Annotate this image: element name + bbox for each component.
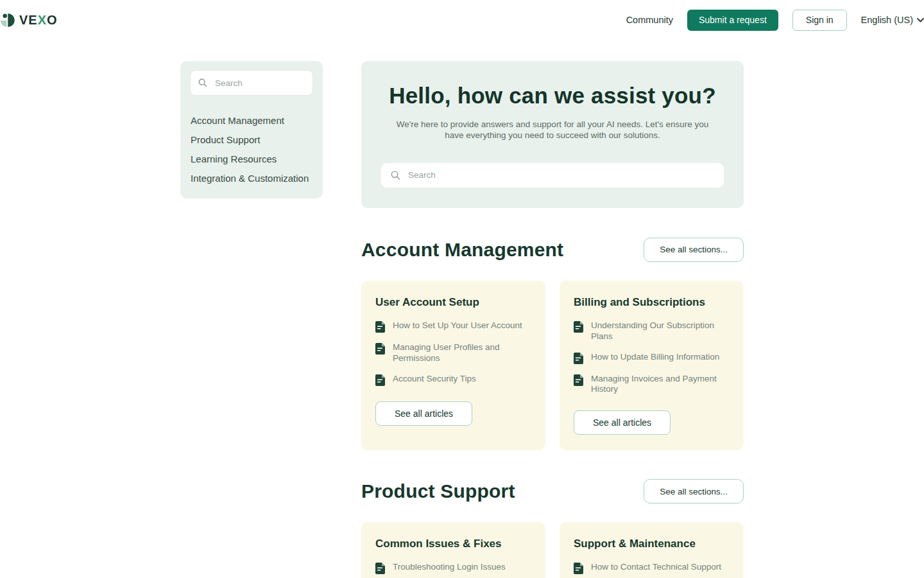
article-title: How to Update Billing Information — [591, 352, 719, 363]
article-link[interactable]: Understanding Our Subscription Plans — [574, 320, 730, 342]
see-all-articles-button[interactable]: See all articles — [375, 401, 472, 426]
category-card-billing-subscriptions: Billing and Subscriptions Understanding … — [560, 281, 744, 451]
language-label: English (US) — [861, 15, 913, 25]
document-icon — [375, 321, 385, 333]
vexo-logo-icon — [0, 13, 15, 28]
document-icon — [574, 321, 583, 333]
vexo-logo[interactable]: VEXO — [0, 13, 58, 28]
sidebar: Account Management Product Support Learn… — [180, 61, 323, 198]
see-all-sections-button[interactable]: See all sections... — [644, 479, 744, 504]
see-all-sections-button[interactable]: See all sections... — [644, 238, 744, 262]
sidebar-item-integration-customization[interactable]: Integration & Customization — [191, 173, 313, 183]
sidebar-search-input[interactable] — [190, 70, 313, 96]
hero-banner: Hello, how can we assist you? We're here… — [361, 61, 744, 208]
article-title: How to Contact Technical Support — [591, 562, 721, 573]
submit-request-button[interactable]: Submit a request — [687, 10, 778, 31]
card-title: Common Issues & Fixes — [375, 538, 531, 550]
article-link[interactable]: Troubleshooting Login Issues — [375, 562, 531, 574]
see-all-articles-button[interactable]: See all articles — [574, 410, 671, 435]
section-header-account-management: Account Management See all sections... — [361, 238, 744, 262]
card-title: Support & Maintenance — [574, 538, 730, 550]
section-title: Account Management — [361, 239, 563, 261]
community-link[interactable]: Community — [626, 15, 673, 25]
article-title: Understanding Our Subscription Plans — [591, 320, 730, 342]
article-link[interactable]: How to Update Billing Information — [574, 352, 730, 364]
article-link[interactable]: Managing User Profiles and Permissions — [375, 342, 531, 364]
category-card-user-account-setup: User Account Setup How to Set Up Your Us… — [361, 281, 545, 451]
article-title: Managing Invoices and Payment History — [591, 374, 730, 396]
sign-in-button[interactable]: Sign in — [792, 10, 847, 31]
card-title: User Account Setup — [375, 296, 531, 309]
sidebar-nav: Account Management Product Support Learn… — [190, 116, 313, 183]
article-title: Managing User Profiles and Permissions — [393, 342, 531, 364]
chevron-down-icon — [917, 18, 924, 22]
top-header: VEXO Community Submit a request Sign in … — [0, 0, 924, 40]
category-card-common-issues-fixes: Common Issues & Fixes Troubleshooting Lo… — [361, 522, 545, 578]
language-selector[interactable]: English (US) — [861, 15, 924, 25]
sidebar-item-product-support[interactable]: Product Support — [191, 135, 313, 144]
article-title: How to Set Up Your User Account — [393, 320, 522, 331]
article-link[interactable]: How to Set Up Your User Account — [375, 320, 531, 333]
document-icon — [574, 353, 583, 364]
cards-row-product-support: Common Issues & Fixes Troubleshooting Lo… — [361, 522, 744, 578]
article-link[interactable]: How to Contact Technical Support — [574, 562, 730, 574]
vexo-logo-text: VEXO — [19, 13, 58, 28]
document-icon — [375, 343, 385, 355]
category-card-support-maintenance: Support & Maintenance How to Contact Tec… — [560, 522, 744, 578]
sidebar-item-account-management[interactable]: Account Management — [191, 116, 313, 125]
document-icon — [375, 563, 385, 574]
section-header-product-support: Product Support See all sections... — [361, 479, 744, 504]
article-link[interactable]: Managing Invoices and Payment History — [574, 374, 730, 396]
article-title: Troubleshooting Login Issues — [393, 562, 506, 573]
document-icon — [574, 563, 583, 574]
card-title: Billing and Subscriptions — [574, 296, 730, 309]
search-icon — [198, 78, 207, 87]
hero-subtitle: We're here to provide answers and suppor… — [392, 119, 713, 141]
document-icon — [375, 374, 385, 386]
sidebar-item-learning-resources[interactable]: Learning Resources — [191, 154, 313, 164]
header-nav: Community Submit a request Sign in Engli… — [626, 10, 924, 31]
cards-row-account-management: User Account Setup How to Set Up Your Us… — [361, 281, 744, 451]
article-link[interactable]: Account Security Tips — [375, 374, 531, 386]
section-title: Product Support — [361, 480, 515, 502]
hero-search-input[interactable] — [381, 162, 724, 188]
search-icon — [391, 170, 400, 180]
document-icon — [574, 374, 583, 386]
article-title: Account Security Tips — [393, 374, 476, 385]
hero-title: Hello, how can we assist you? — [381, 83, 724, 109]
